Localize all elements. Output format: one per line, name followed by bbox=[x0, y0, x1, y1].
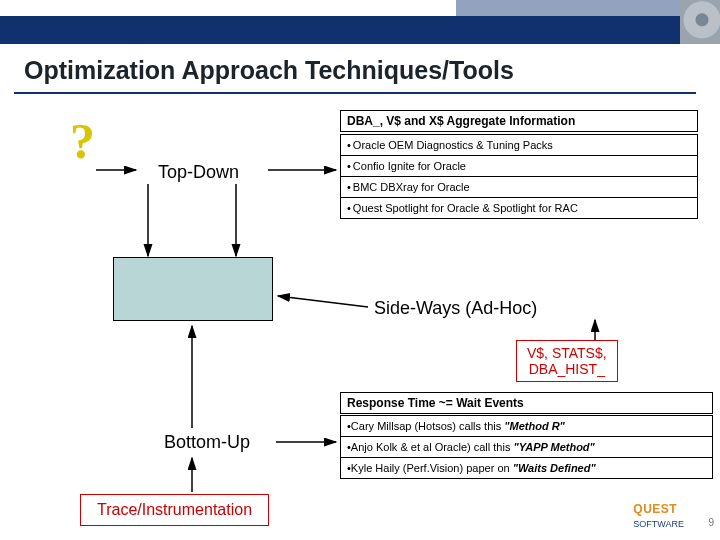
list-item-label: Confio Ignite for Oracle bbox=[353, 160, 466, 172]
dba-aggregate-header: DBA_, V$ and X$ Aggregate Information bbox=[340, 110, 698, 132]
sideways-label: Side-Ways (Ad-Hoc) bbox=[374, 298, 537, 319]
stats-line-2: DBA_HIST_ bbox=[527, 361, 607, 377]
logo-sub: SOFTWARE bbox=[633, 519, 684, 529]
dba-aggregate-list: •Oracle OEM Diagnostics & Tuning Packs •… bbox=[340, 134, 698, 219]
list-item: •Cary Millsap (Hotsos) calls this "Metho… bbox=[340, 415, 713, 437]
question-mark-icon: ? bbox=[70, 116, 95, 166]
bottomup-label: Bottom-Up bbox=[158, 430, 256, 455]
list-item-emphasis: "Method R" bbox=[504, 420, 565, 432]
logo-brand: QUEST bbox=[633, 502, 677, 516]
list-item-label: Kyle Haily (Perf.Vision) paper on bbox=[351, 462, 513, 474]
list-item-label: BMC DBXray for Oracle bbox=[353, 181, 470, 193]
list-item-label: Oracle OEM Diagnostics & Tuning Packs bbox=[353, 139, 553, 151]
header-eye-image bbox=[680, 0, 720, 44]
list-item: •BMC DBXray for Oracle bbox=[340, 177, 698, 198]
list-item-label: Quest Spotlight for Oracle & Spotlight f… bbox=[353, 202, 578, 214]
list-item: •Anjo Kolk & et al Oracle) call this "YA… bbox=[340, 437, 713, 458]
stats-source-box: V$, STATS$, DBA_HIST_ bbox=[516, 340, 618, 382]
title-underline bbox=[14, 92, 696, 94]
list-item-emphasis: "Waits Defined" bbox=[513, 462, 596, 474]
quest-logo: QUEST SOFTWARE bbox=[633, 502, 684, 530]
page-number: 9 bbox=[708, 517, 714, 528]
list-item: •Kyle Haily (Perf.Vision) paper on "Wait… bbox=[340, 458, 713, 479]
list-item: •Quest Spotlight for Oracle & Spotlight … bbox=[340, 198, 698, 219]
list-item-emphasis: "YAPP Method" bbox=[513, 441, 594, 453]
response-time-list: •Cary Millsap (Hotsos) calls this "Metho… bbox=[340, 415, 713, 479]
header-band bbox=[0, 0, 720, 44]
list-item: •Confio Ignite for Oracle bbox=[340, 156, 698, 177]
list-item-label: Anjo Kolk & et al Oracle) call this bbox=[351, 441, 514, 453]
page-title: Optimization Approach Techniques/Tools bbox=[24, 56, 514, 85]
response-time-header: Response Time ~= Wait Events bbox=[340, 392, 713, 414]
center-focus-box bbox=[113, 257, 273, 321]
list-item-label: Cary Millsap (Hotsos) calls this bbox=[351, 420, 504, 432]
topdown-label: Top-Down bbox=[140, 160, 257, 185]
list-item: •Oracle OEM Diagnostics & Tuning Packs bbox=[340, 134, 698, 156]
stats-line-1: V$, STATS$, bbox=[527, 345, 607, 361]
trace-instrumentation-box: Trace/Instrumentation bbox=[80, 494, 269, 526]
arrow bbox=[278, 296, 368, 307]
